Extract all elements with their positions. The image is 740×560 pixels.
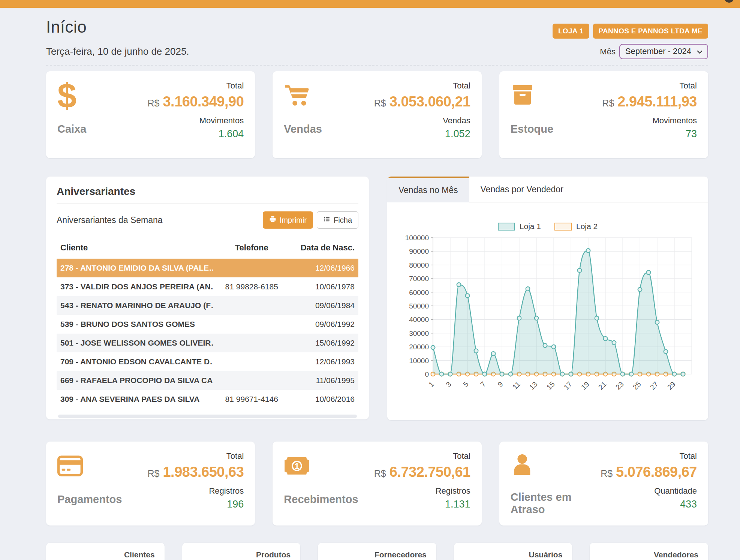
table-row[interactable]: 501 - JOSE WELISSON GOMES OLIVEIR…15/06/… — [57, 334, 358, 352]
cell-cliente: 543 - RENATO MARINHO DE ARAUJO (F… — [60, 301, 213, 310]
svg-text:40000: 40000 — [409, 316, 429, 323]
svg-text:20000: 20000 — [409, 343, 429, 351]
metric-value: 1.052 — [445, 128, 470, 140]
metric-label: Vendas — [443, 116, 470, 126]
birthdays-subtitle: Aniversariantes da Semana — [57, 215, 163, 225]
ficha-button[interactable]: Ficha — [317, 211, 358, 229]
svg-text:29: 29 — [666, 380, 677, 391]
metric-value: 73 — [686, 128, 697, 140]
table-row[interactable]: 709 - ANTONIO EDSON CAVALCANTE D…12/06/1… — [57, 352, 358, 371]
cell-telefone: 81 99828-6185 — [213, 282, 290, 291]
ficha-button-label: Ficha — [334, 216, 352, 225]
cell-nascimento: 09/06/1984 — [290, 301, 355, 310]
column-header-nascimento: Data de Nasc. — [290, 243, 355, 253]
legend-item-1[interactable]: Loja 1 — [498, 222, 541, 231]
cell-nascimento: 10/06/2016 — [290, 395, 355, 404]
total-label: Total — [226, 451, 244, 461]
metric-label: Registros — [436, 486, 470, 496]
person-icon — [511, 451, 534, 478]
total-value: 5.076.869,67 — [616, 464, 697, 480]
month-select[interactable]: September - 2024 — [619, 44, 708, 59]
total-label: Total — [680, 81, 697, 91]
store-badge[interactable]: LOJA 1 — [553, 24, 589, 39]
currency-prefix: R$ — [374, 468, 386, 479]
svg-text:60000: 60000 — [409, 289, 429, 296]
print-button-label: Imprimir — [280, 216, 307, 225]
svg-text:3: 3 — [444, 380, 452, 388]
svg-text:17: 17 — [562, 380, 574, 391]
svg-text:27: 27 — [649, 380, 660, 391]
svg-text:0: 0 — [425, 370, 429, 378]
table-row[interactable]: 309 - ANA SEVERINA PAES DA SILVA81 99671… — [57, 390, 358, 409]
card-label: Vendedores — [654, 550, 698, 559]
svg-text:9: 9 — [496, 380, 504, 388]
sales-line-chart: 0100002000030000400005000060000700008000… — [401, 233, 704, 402]
birthdays-table: Cliente Telefone Data de Nasc. 278 - ANT… — [57, 238, 358, 409]
svg-text:5: 5 — [461, 380, 470, 388]
cell-nascimento: 12/06/1966 — [290, 264, 355, 273]
svg-text:10000: 10000 — [409, 357, 429, 365]
month-label: Mês — [600, 47, 616, 57]
chart-tabs: Vendas no Mês Vendas por Vendedor — [387, 177, 708, 202]
print-button[interactable]: Imprimir — [263, 211, 313, 229]
table-row[interactable]: 669 - RAFAELA PROCOPIO DA SILVA CA…11/06… — [57, 371, 358, 390]
card-label: Clientes em Atraso — [511, 491, 601, 516]
svg-text:1: 1 — [427, 380, 435, 388]
column-header-telefone: Telefone — [213, 243, 290, 253]
card-vendedores: Vendedores — [590, 543, 708, 560]
credit-card-icon — [57, 451, 83, 481]
legend-label: Loja 2 — [576, 222, 598, 231]
birthdays-table-body: 278 - ANTONIO EMIDIO DA SILVA (PALE…12/0… — [57, 259, 358, 409]
table-row[interactable]: 278 - ANTONIO EMIDIO DA SILVA (PALE…12/0… — [57, 259, 358, 277]
total-value: 6.732.750,61 — [389, 464, 470, 480]
entity-cards-row: ClientesProdutosFornecedoresUsuáriosVend… — [46, 543, 708, 560]
currency-prefix: R$ — [147, 468, 159, 479]
page-title: Início — [46, 18, 87, 36]
total-label: Total — [453, 451, 470, 461]
stat-cards-row-2: PagamentosTotalR$1.983.650,63Registros19… — [46, 442, 708, 526]
subheader-row: Terça-feira, 10 de junho de 2025. Mês Se… — [46, 44, 708, 59]
table-row[interactable]: 539 - BRUNO DOS SANTOS GOMES09/06/1992 — [57, 315, 358, 334]
legend-label: Loja 1 — [520, 222, 541, 231]
svg-text:50000: 50000 — [409, 302, 429, 310]
metric-value: 196 — [227, 499, 244, 510]
card-label: Recebimentos — [284, 493, 358, 506]
printer-icon — [269, 216, 276, 225]
table-row[interactable]: 373 - VALDIR DOS ANJOS PEREIRA (AN…81 99… — [57, 277, 358, 296]
legend-swatch — [554, 223, 572, 231]
panels-row: Aniversariantes Aniversariantes da Seman… — [46, 177, 708, 420]
chart-legend: Loja 1Loja 2 — [387, 222, 708, 231]
metric-value: 1.604 — [219, 128, 244, 140]
tab-vendas-no-mes[interactable]: Vendas no Mês — [387, 177, 469, 202]
svg-text:23: 23 — [614, 380, 625, 391]
company-badge[interactable]: PANNOS E PANNOS LTDA ME — [593, 24, 708, 39]
card-clientes-atraso: Clientes em AtrasoTotalR$5.076.869,67Qua… — [499, 442, 708, 526]
currency-prefix: R$ — [374, 98, 386, 109]
table-row[interactable]: 543 - RENATO MARINHO DE ARAUJO (F…09/06/… — [57, 296, 358, 315]
box-icon — [511, 81, 535, 110]
total-value: 3.160.349,90 — [163, 94, 244, 110]
header-badges: LOJA 1 PANNOS E PANNOS LTDA ME — [553, 24, 708, 39]
month-filter: Mês September - 2024 — [600, 44, 708, 59]
cell-cliente: 669 - RAFAELA PROCOPIO DA SILVA CA… — [60, 376, 213, 385]
tab-vendas-por-vendedor[interactable]: Vendas por Vendedor — [469, 177, 575, 202]
card-fornecedores: Fornecedores — [318, 543, 436, 560]
user-avatar[interactable] — [724, 0, 734, 3]
card-estoque: EstoqueTotalR$2.945.111,93Movimentos73 — [499, 71, 708, 158]
card-label: Vendas — [284, 123, 322, 135]
cell-cliente: 373 - VALDIR DOS ANJOS PEREIRA (AN… — [60, 282, 213, 291]
card-clientes: Clientes — [46, 543, 165, 560]
card-label: Clientes — [124, 550, 155, 559]
cell-cliente: 309 - ANA SEVERINA PAES DA SILVA — [60, 395, 213, 404]
chart-area: 0100002000030000400005000060000700008000… — [401, 233, 708, 403]
svg-text:7: 7 — [479, 380, 487, 388]
svg-text:30000: 30000 — [409, 329, 429, 337]
currency-prefix: R$ — [147, 98, 159, 109]
card-caixa: $CaixaTotalR$3.160.349,90Movimentos1.604 — [46, 71, 255, 158]
horizontal-scrollbar[interactable] — [58, 415, 357, 418]
chevron-down-icon — [697, 46, 703, 56]
legend-item-2[interactable]: Loja 2 — [554, 222, 598, 231]
cell-cliente: 539 - BRUNO DOS SANTOS GOMES — [60, 320, 213, 329]
cell-nascimento: 10/06/1978 — [290, 282, 355, 291]
cell-nascimento: 12/06/1993 — [290, 357, 355, 366]
